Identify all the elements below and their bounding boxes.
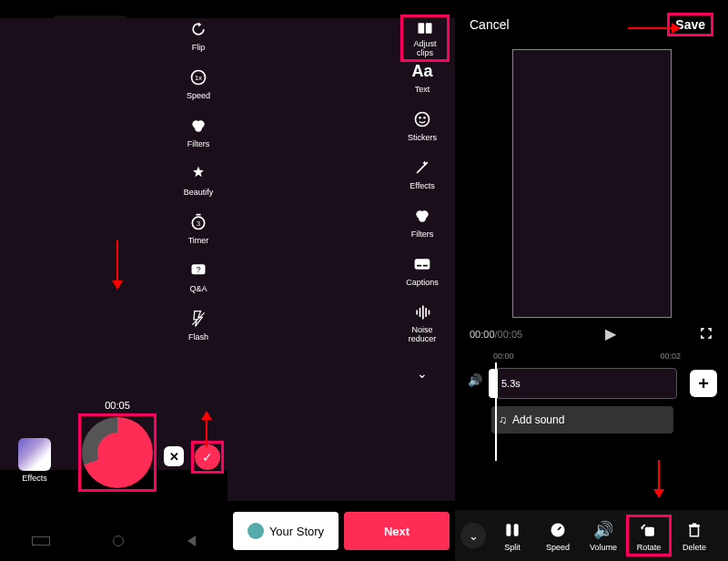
svg-point-4 bbox=[195, 124, 202, 131]
speed-tool[interactable]: 1xSpeed bbox=[187, 66, 210, 100]
effects-button[interactable]: Effects bbox=[18, 438, 51, 483]
captions-icon bbox=[411, 253, 433, 275]
avatar-icon bbox=[248, 523, 264, 539]
svg-text:?: ? bbox=[196, 265, 200, 274]
svg-rect-19 bbox=[415, 259, 430, 270]
trash-icon bbox=[672, 519, 717, 541]
rotate-icon bbox=[629, 519, 669, 541]
svg-rect-27 bbox=[506, 524, 511, 536]
preview-screen: ← ♫ Add sound Adjust clips AaText Sticke… bbox=[228, 0, 455, 561]
captions-tool[interactable]: Captions bbox=[406, 253, 439, 287]
svg-rect-7 bbox=[197, 214, 201, 216]
svg-point-13 bbox=[415, 113, 429, 127]
add-clip-button[interactable]: + bbox=[690, 370, 717, 397]
record-ring-icon bbox=[82, 417, 153, 488]
svg-rect-23 bbox=[420, 308, 421, 317]
editor-screen: Cancel Save 00:00/00:05 ▶ 00:00 00:02 🔊 … bbox=[455, 0, 728, 561]
add-sound-label: Add sound bbox=[512, 413, 564, 426]
playhead[interactable] bbox=[495, 362, 497, 461]
beautify-icon bbox=[187, 163, 209, 185]
split-icon bbox=[490, 519, 535, 541]
time-display: 00:00/00:05 bbox=[470, 329, 522, 340]
filters-icon bbox=[187, 115, 209, 137]
play-button[interactable]: ▶ bbox=[605, 325, 616, 342]
svg-point-14 bbox=[419, 117, 421, 119]
split-tool[interactable]: Split bbox=[490, 519, 535, 552]
svg-rect-30 bbox=[645, 527, 654, 536]
volume-icon[interactable]: 🔊 bbox=[468, 373, 482, 387]
filters-icon bbox=[411, 205, 433, 227]
adjust-clips-label: Adjust clips bbox=[405, 39, 445, 57]
nav-back-icon[interactable] bbox=[187, 536, 196, 546]
nav-recent-icon[interactable] bbox=[32, 536, 50, 546]
svg-rect-21 bbox=[423, 265, 428, 267]
stickers-tool[interactable]: Stickers bbox=[408, 108, 437, 142]
noise-icon bbox=[411, 301, 433, 323]
delete-clip-button[interactable]: ✕ bbox=[164, 446, 184, 466]
flip-tool[interactable]: Flip bbox=[187, 18, 209, 52]
svg-rect-24 bbox=[422, 306, 424, 320]
svg-rect-11 bbox=[419, 23, 425, 34]
svg-rect-28 bbox=[514, 524, 519, 536]
timer-icon: 3 bbox=[187, 211, 209, 233]
svg-point-18 bbox=[419, 214, 426, 221]
next-button[interactable]: Next bbox=[344, 512, 450, 550]
fullscreen-button[interactable] bbox=[699, 326, 713, 342]
text-tool[interactable]: AaText bbox=[411, 60, 433, 94]
adjust-clips-button[interactable]: Adjust clips bbox=[400, 15, 450, 62]
svg-point-15 bbox=[423, 117, 426, 119]
timeline[interactable]: 00:00 00:02 🔊 5.3s + ♫ Add sound bbox=[455, 352, 728, 461]
camera-screen: ✕ ♫ Add sound Flip 1xSpeed Filters Beaut… bbox=[0, 0, 228, 561]
flip-icon bbox=[187, 18, 209, 40]
beautify-tool[interactable]: Beautify bbox=[184, 163, 214, 197]
speed-icon: 1x bbox=[187, 66, 209, 88]
camera-tools: Flip 1xSpeed Filters Beautify 3Timer ?Q&… bbox=[177, 18, 220, 342]
effects-thumb-icon bbox=[18, 438, 51, 471]
clip-duration: 5.3s bbox=[501, 378, 521, 389]
svg-rect-33 bbox=[693, 524, 697, 525]
collapse-button[interactable]: ⌄ bbox=[460, 523, 486, 548]
video-clip[interactable]: 5.3s bbox=[495, 368, 677, 399]
adjust-clips-icon bbox=[415, 19, 435, 37]
svg-rect-31 bbox=[691, 526, 699, 536]
svg-rect-12 bbox=[426, 23, 432, 34]
svg-text:1x: 1x bbox=[195, 74, 202, 82]
delete-tool[interactable]: Delete bbox=[672, 519, 717, 552]
check-icon: ✓ bbox=[195, 444, 220, 470]
noise-reducer-tool[interactable]: Noise reducer bbox=[400, 301, 444, 344]
tick-label: 00:02 bbox=[660, 352, 681, 361]
qa-tool[interactable]: ?Q&A bbox=[187, 260, 209, 293]
speedometer-icon bbox=[535, 519, 581, 541]
clip-preview bbox=[512, 49, 672, 318]
flash-tool[interactable]: Flash bbox=[187, 308, 209, 342]
effects-icon bbox=[411, 157, 433, 178]
svg-rect-22 bbox=[416, 311, 418, 315]
effects-label: Effects bbox=[22, 474, 46, 483]
record-button[interactable]: 00:05 bbox=[78, 413, 157, 492]
svg-rect-20 bbox=[417, 265, 421, 267]
volume-tool[interactable]: 🔊Volume bbox=[581, 519, 626, 552]
editor-toolbar: ⌄ Split Speed 🔊Volume Rotate Delete bbox=[455, 510, 728, 561]
stickers-icon bbox=[411, 108, 433, 130]
text-icon: Aa bbox=[411, 60, 433, 82]
svg-text:3: 3 bbox=[197, 219, 200, 228]
confirm-button[interactable]: ✓ bbox=[191, 441, 224, 474]
your-story-label: Your Story bbox=[269, 525, 324, 538]
your-story-button[interactable]: Your Story bbox=[233, 512, 339, 550]
timer-tool[interactable]: 3Timer bbox=[187, 211, 209, 245]
svg-rect-25 bbox=[425, 308, 427, 317]
expand-tools-button[interactable]: ⌄ bbox=[417, 366, 428, 381]
flash-icon bbox=[187, 308, 209, 330]
svg-rect-32 bbox=[689, 525, 700, 526]
annotation-arrow-icon bbox=[116, 240, 118, 286]
filters-tool[interactable]: Filters bbox=[411, 205, 434, 239]
rotate-tool[interactable]: Rotate bbox=[626, 515, 672, 556]
preview-tools: AaText Stickers Effects Filters Captions… bbox=[400, 60, 444, 381]
speed-tool[interactable]: Speed bbox=[535, 519, 581, 552]
add-sound-track[interactable]: ♫ Add sound bbox=[491, 406, 673, 434]
filters-tool[interactable]: Filters bbox=[187, 115, 210, 148]
next-label: Next bbox=[384, 525, 410, 538]
effects-tool[interactable]: Effects bbox=[410, 157, 434, 190]
cancel-button[interactable]: Cancel bbox=[470, 17, 510, 32]
nav-home-icon[interactable] bbox=[113, 536, 124, 546]
